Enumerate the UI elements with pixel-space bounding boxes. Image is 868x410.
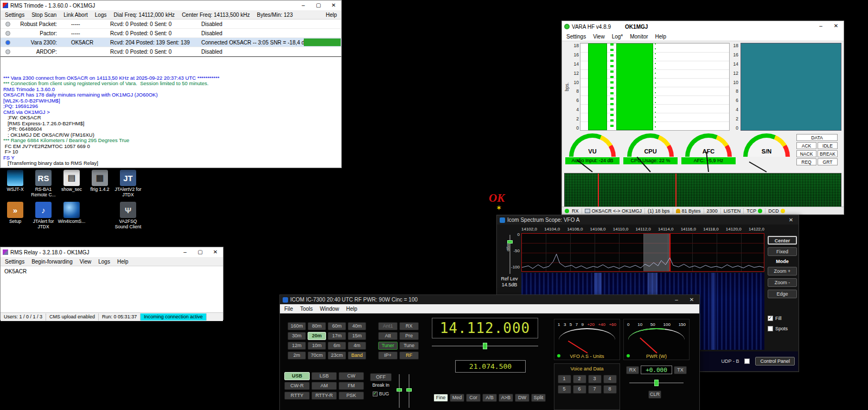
menu-item[interactable]: Stop Scan bbox=[31, 12, 56, 18]
vfo-button[interactable]: Med bbox=[450, 394, 464, 402]
slider-thumb[interactable] bbox=[507, 240, 513, 244]
title-bar[interactable]: RMS Trimode - 1.3.60.0 - OK1MGJ – ▢ ✕ bbox=[1, 1, 341, 10]
audio-level-slider[interactable] bbox=[396, 374, 403, 408]
vfo-button[interactable]: Fine bbox=[433, 394, 448, 402]
menu-item[interactable]: Link Abort bbox=[63, 12, 87, 18]
band-button[interactable]: 15m bbox=[348, 332, 366, 340]
break-off-button[interactable]: OFF bbox=[370, 373, 392, 381]
slider-thumb[interactable] bbox=[483, 343, 487, 349]
rit-slider[interactable] bbox=[629, 380, 684, 386]
mode-button[interactable]: PSK bbox=[339, 392, 364, 400]
idle-button[interactable]: IDLE bbox=[818, 142, 838, 149]
vfo-button[interactable]: Cor bbox=[466, 394, 481, 402]
grt-button[interactable]: GRT bbox=[818, 158, 838, 165]
mode-button[interactable]: RTTY-R bbox=[311, 392, 337, 400]
spots-checkbox[interactable]: Spots bbox=[768, 326, 797, 331]
band-button[interactable]: 30m bbox=[288, 332, 306, 340]
menu-item[interactable]: Log* bbox=[612, 34, 623, 40]
menu-item[interactable]: Help bbox=[655, 34, 667, 40]
slider-thumb[interactable] bbox=[406, 388, 412, 392]
rig-function-button[interactable]: Tuner bbox=[378, 342, 398, 350]
ref-level-slider[interactable] bbox=[507, 235, 513, 274]
channel-row[interactable]: ARDOP: Rcvd: 0 Posted: 0 Sent: 0 Disable… bbox=[1, 47, 341, 56]
rit-rx-button[interactable]: RX bbox=[626, 366, 639, 374]
menu-item[interactable]: View bbox=[80, 259, 92, 265]
vfo-button[interactable]: Split bbox=[531, 394, 546, 402]
menu-item[interactable]: Settings bbox=[5, 12, 24, 18]
checkbox-icon[interactable] bbox=[768, 316, 773, 321]
fill-checkbox[interactable]: Fill bbox=[768, 316, 797, 321]
channel-led-icon[interactable] bbox=[5, 40, 10, 45]
close-icon[interactable]: ✕ bbox=[783, 215, 799, 225]
main-frequency-display[interactable]: 14.112.000 bbox=[432, 318, 538, 338]
menu-item[interactable]: Settings bbox=[5, 259, 24, 265]
nack-button[interactable]: NACK bbox=[796, 150, 816, 157]
menu-item[interactable]: Logs bbox=[98, 259, 110, 265]
memory-button[interactable]: 5 bbox=[558, 385, 571, 394]
band-button[interactable]: 60m bbox=[328, 322, 346, 330]
tuning-slider[interactable] bbox=[432, 343, 538, 349]
band-button[interactable]: 80m bbox=[308, 322, 326, 330]
req-button[interactable]: REQ bbox=[796, 158, 816, 165]
rig-function-button[interactable]: IP+ bbox=[378, 351, 398, 360]
rf-gain-slider[interactable] bbox=[406, 374, 412, 408]
menu-item[interactable]: Begin-forwarding bbox=[31, 259, 73, 265]
checkbox-icon[interactable] bbox=[373, 392, 378, 396]
mode-button[interactable]: LSB bbox=[311, 372, 337, 380]
minimize-icon[interactable]: – bbox=[296, 1, 311, 10]
band-button[interactable]: 70cm bbox=[308, 351, 326, 360]
session-log[interactable]: *** Vara 2300 connect from OK5ACR on 141… bbox=[1, 56, 341, 167]
data-button[interactable]: DATA bbox=[796, 134, 838, 141]
desktop-icon[interactable]: ▤ show_sec bbox=[58, 170, 86, 197]
channel-row[interactable]: Robust Packet: ----- Rcvd: 0 Posted: 0 S… bbox=[1, 20, 341, 29]
memory-button[interactable]: 2 bbox=[573, 375, 586, 383]
rig-function-button[interactable]: Pre bbox=[399, 332, 419, 340]
memory-button[interactable]: 1 bbox=[558, 375, 571, 383]
rit-tx-button[interactable]: TX bbox=[674, 366, 687, 374]
desktop-icon[interactable] bbox=[86, 202, 114, 229]
band-button[interactable]: 20m bbox=[308, 332, 326, 340]
ack-button[interactable]: ACK bbox=[796, 142, 816, 149]
channel-led-icon[interactable] bbox=[5, 49, 10, 54]
mode-button[interactable]: AM bbox=[311, 382, 337, 390]
memory-button[interactable]: 7 bbox=[588, 385, 602, 394]
close-icon[interactable]: ✕ bbox=[326, 1, 341, 10]
band-button[interactable]: 23cm bbox=[328, 351, 346, 360]
sub-frequency-display[interactable]: 21.074.500 bbox=[455, 360, 526, 373]
desktop-icon[interactable]: WSJT-X bbox=[1, 170, 29, 197]
close-icon[interactable]: ✕ bbox=[208, 247, 223, 257]
checkbox-icon[interactable] bbox=[768, 326, 773, 331]
mode-button[interactable]: CW-R bbox=[284, 382, 310, 390]
spectrum-plot[interactable] bbox=[521, 233, 764, 272]
maximize-icon[interactable]: ▢ bbox=[193, 247, 208, 257]
menu-item-help[interactable]: Help bbox=[326, 12, 337, 18]
udp-checkbox[interactable] bbox=[744, 358, 750, 364]
band-button[interactable]: 17m bbox=[328, 332, 346, 340]
rit-clear-button[interactable]: CLR bbox=[648, 390, 661, 399]
desktop-icon[interactable]: Ψ VA2FSQ Sound Client bbox=[114, 202, 142, 229]
desktop-icon[interactable]: » Setup bbox=[1, 202, 29, 229]
memory-button[interactable]: 3 bbox=[588, 375, 602, 383]
menu-item[interactable]: Logs bbox=[95, 12, 107, 18]
ok-desktop-shortcut-icon[interactable]: OK ✶ bbox=[489, 193, 505, 213]
desktop-icon[interactable]: JT JTAlertV2 for JTDX bbox=[114, 170, 142, 197]
title-bar[interactable]: RMS Relay - 3.2.18.0 - OK1MGJ – ▢ ✕ bbox=[1, 247, 223, 257]
channel-led-icon[interactable] bbox=[5, 22, 10, 27]
close-icon[interactable]: ✕ bbox=[684, 295, 699, 304]
menu-item[interactable]: Help bbox=[346, 306, 358, 312]
break-button[interactable]: BREAK bbox=[818, 150, 838, 157]
vfo-button[interactable]: DW bbox=[515, 394, 529, 402]
desktop-icon[interactable]: ▦ flrig 1.4.2 bbox=[86, 170, 114, 197]
band-button[interactable]: 4m bbox=[348, 342, 366, 350]
minimize-icon[interactable]: – bbox=[813, 21, 828, 32]
mode-button[interactable]: FM bbox=[339, 382, 364, 390]
menu-item[interactable]: Window bbox=[320, 306, 339, 312]
vfo-button[interactable]: A>B bbox=[499, 394, 513, 402]
band-button[interactable]: 12m bbox=[288, 342, 306, 350]
vfo-button[interactable]: A/B bbox=[482, 394, 497, 402]
minimize-icon[interactable]: – bbox=[177, 247, 193, 257]
band-button[interactable]: 2m bbox=[288, 351, 306, 360]
menu-item[interactable]: Tools bbox=[300, 306, 312, 312]
menu-item[interactable]: Dial Freq: 14112,000 kHz bbox=[113, 12, 175, 18]
menu-item[interactable]: Bytes/Min: 123 bbox=[257, 12, 293, 18]
